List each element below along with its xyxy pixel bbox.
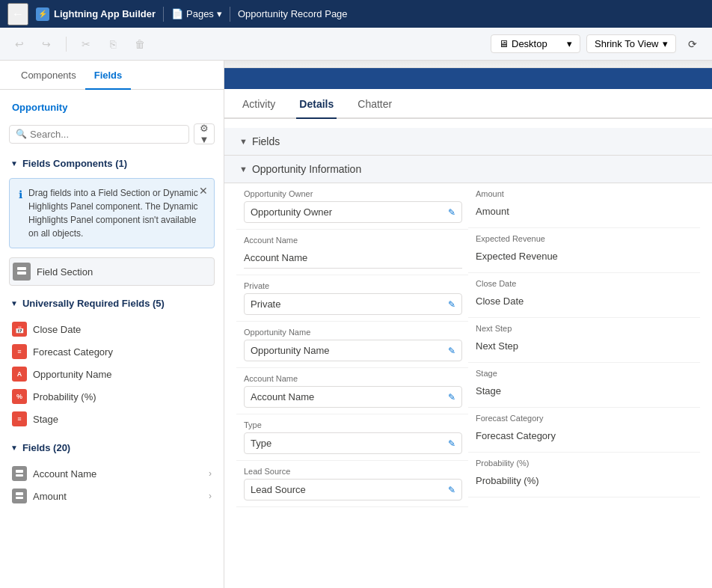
- page-header-bar: [224, 61, 712, 68]
- app-name-label: Lightning App Builder: [54, 8, 156, 19]
- tab-components[interactable]: Components: [12, 61, 85, 90]
- field-section-item[interactable]: Field Section: [9, 257, 215, 286]
- field-value-row[interactable]: Opportunity Owner ✎: [244, 201, 462, 223]
- svg-rect-3: [16, 474, 23, 477]
- list-item[interactable]: % Probability (%): [9, 385, 215, 408]
- info-icon: ℹ: [19, 187, 22, 240]
- field-value-static: Expected Revenue: [476, 246, 694, 266]
- field-section-label: Field Section: [37, 266, 93, 278]
- search-input[interactable]: [30, 129, 182, 140]
- record-tabs: Activity Details Chatter: [224, 89, 712, 119]
- list-item[interactable]: ≡ Stage: [9, 408, 215, 430]
- edit-icon[interactable]: ✎: [448, 346, 455, 356]
- field-value-row[interactable]: Opportunity Name ✎: [244, 340, 462, 361]
- delete-button[interactable]: 🗑: [129, 34, 150, 55]
- main-layout: Components Fields Opportunity 🔍 ⚙ ▼ ▼ Fi…: [0, 61, 712, 588]
- nav-divider-2: [230, 7, 230, 22]
- field-item: Expected Revenue Expected Revenue: [468, 228, 700, 273]
- field-section-icon: [13, 263, 31, 281]
- device-selector[interactable]: 🖥 Desktop ▾: [491, 34, 580, 53]
- tab-activity[interactable]: Activity: [239, 89, 278, 119]
- fields-20-header[interactable]: ▼ Fields (20): [9, 438, 215, 458]
- fields-panel-caret: ▼: [239, 137, 248, 146]
- amount-arrow: ›: [209, 491, 212, 501]
- tab-fields[interactable]: Fields: [85, 61, 132, 90]
- field-item: Opportunity Owner Opportunity Owner ✎: [236, 183, 468, 230]
- pages-button[interactable]: 📄 Pages ▾: [171, 8, 222, 19]
- opp-info-title: Opportunity Information: [252, 163, 361, 175]
- field-item: Private Private ✎: [236, 275, 468, 322]
- edit-icon[interactable]: ✎: [448, 207, 455, 218]
- field-label: Opportunity Name: [244, 328, 462, 337]
- svg-rect-5: [16, 497, 23, 499]
- page-blue-bar: [224, 68, 712, 89]
- field-value-static: Account Name: [244, 248, 462, 269]
- svg-rect-4: [16, 492, 23, 495]
- content-inner: Activity Details Chatter ▼ Fields ▼ Oppo…: [224, 89, 712, 588]
- refresh-button[interactable]: ⟳: [682, 34, 703, 55]
- edit-icon[interactable]: ✎: [448, 485, 455, 495]
- view-selector[interactable]: Shrink To View ▾: [586, 34, 676, 53]
- back-button[interactable]: ←: [7, 3, 28, 25]
- tab-chatter[interactable]: Chatter: [355, 89, 395, 119]
- account-name-icon: [12, 466, 27, 481]
- sidebar-content: Opportunity 🔍 ⚙ ▼ ▼ Fields Components (1…: [0, 90, 224, 588]
- field-label: Type: [244, 420, 462, 429]
- account-name-arrow: ›: [209, 468, 212, 479]
- list-item[interactable]: A Opportunity Name: [9, 363, 215, 385]
- nav-divider: [163, 7, 164, 22]
- fields-20-caret: ▼: [10, 444, 18, 452]
- fields-panel-header[interactable]: ▼ Fields: [224, 128, 712, 156]
- opp-info-header[interactable]: ▼ Opportunity Information: [224, 156, 712, 183]
- content-area: Activity Details Chatter ▼ Fields ▼ Oppo…: [224, 61, 712, 588]
- account-name-label: Account Name: [33, 468, 203, 480]
- list-item[interactable]: 📅 Close Date: [9, 318, 215, 340]
- field-value: Opportunity Name: [251, 345, 330, 356]
- stage-icon: ≡: [12, 411, 27, 426]
- field-item: Lead Source Lead Source ✎: [236, 461, 468, 507]
- cut-button[interactable]: ✂: [76, 34, 96, 55]
- field-item: Forecast Category Forecast Category: [468, 408, 700, 453]
- desktop-icon: 🖥: [499, 38, 509, 49]
- field-value-row[interactable]: Private ✎: [244, 293, 462, 315]
- opp-name-label: Opportunity Name: [33, 369, 112, 380]
- edit-icon[interactable]: ✎: [448, 392, 455, 402]
- field-label: Account Name: [244, 236, 462, 245]
- field-item: Stage Stage: [468, 363, 700, 408]
- sidebar-section-title: Opportunity: [9, 99, 215, 116]
- field-value-row[interactable]: Type ✎: [244, 432, 462, 454]
- forecast-cat-icon: ≡: [12, 344, 27, 359]
- field-item: Type Type ✎: [236, 414, 468, 461]
- list-item[interactable]: Amount ›: [9, 485, 215, 507]
- field-label: Forecast Category: [476, 414, 694, 423]
- copy-button[interactable]: ⎘: [102, 34, 123, 55]
- redo-button[interactable]: ↪: [36, 34, 57, 55]
- field-label: Next Step: [476, 324, 694, 333]
- universally-required-header[interactable]: ▼ Universally Required Fields (5): [9, 293, 215, 313]
- fields-grid: Opportunity Owner Opportunity Owner ✎ Ac…: [224, 183, 712, 507]
- info-close-button[interactable]: ✕: [199, 183, 208, 199]
- tab-details[interactable]: Details: [296, 89, 337, 119]
- search-icon: 🔍: [16, 129, 27, 139]
- edit-icon[interactable]: ✎: [448, 299, 455, 310]
- fields-components-header[interactable]: ▼ Fields Components (1): [9, 153, 215, 174]
- field-value: Private: [251, 298, 280, 310]
- view-label: Shrink To View: [595, 38, 659, 49]
- list-item[interactable]: Account Name ›: [9, 462, 215, 485]
- field-label: Lead Source: [244, 467, 462, 476]
- gear-button[interactable]: ⚙ ▼: [194, 123, 215, 144]
- field-value-row[interactable]: Lead Source ✎: [244, 479, 462, 500]
- probability-label: Probability (%): [33, 391, 96, 402]
- svg-rect-0: [17, 267, 26, 270]
- toolbar: ↩ ↪ ✂ ⎘ 🗑 🖥 Desktop ▾ Shrink To View ▾ ⟳: [0, 28, 712, 61]
- undo-button[interactable]: ↩: [9, 34, 30, 55]
- close-date-label: Close Date: [33, 324, 81, 335]
- field-label: Expected Revenue: [476, 234, 694, 243]
- field-item: Account Name Account Name ✎: [236, 368, 468, 414]
- app-icon: ⚡: [36, 7, 49, 21]
- edit-icon[interactable]: ✎: [448, 438, 455, 449]
- field-value-row[interactable]: Account Name ✎: [244, 386, 462, 408]
- amount-icon: [12, 489, 27, 503]
- universally-required-label: Universally Required Fields (5): [22, 298, 165, 309]
- list-item[interactable]: ≡ Forecast Category: [9, 340, 215, 363]
